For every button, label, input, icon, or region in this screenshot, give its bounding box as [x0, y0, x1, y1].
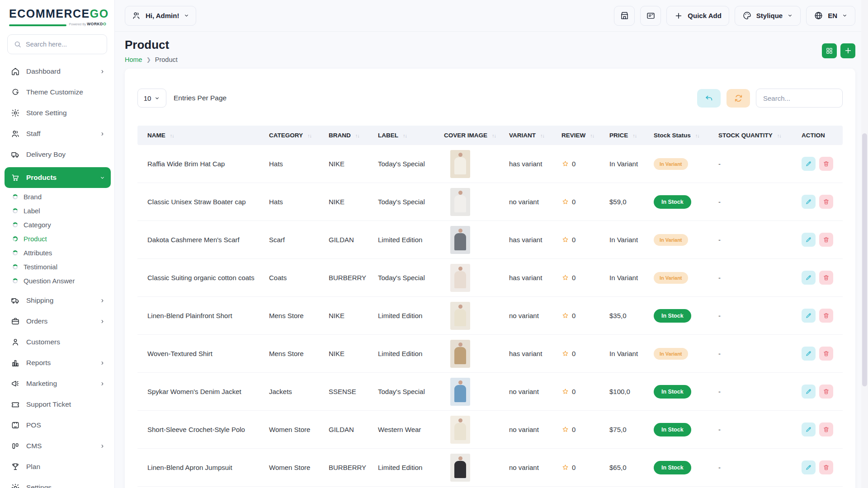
- sidebar-item-settings[interactable]: Settings: [7, 479, 109, 488]
- breadcrumb-home-link[interactable]: Home: [125, 56, 142, 63]
- refresh-button[interactable]: [726, 89, 750, 108]
- column-header-cover-image[interactable]: COVER IMAGE↑↓: [444, 132, 509, 139]
- table-search-input[interactable]: [756, 89, 843, 108]
- edit-button[interactable]: [802, 195, 816, 209]
- edit-button[interactable]: [802, 271, 816, 285]
- product-label: Limited Edition: [378, 350, 444, 357]
- sort-icon[interactable]: ↑↓: [590, 133, 594, 138]
- sidebar-item-pos[interactable]: POS: [7, 416, 109, 434]
- sort-icon[interactable]: ↑↓: [307, 133, 311, 138]
- product-category: Coats: [269, 274, 329, 282]
- column-header-label[interactable]: LABEL↑↓: [378, 132, 444, 139]
- entries-per-page-select[interactable]: 10: [137, 89, 166, 108]
- storefront-button[interactable]: [614, 6, 635, 26]
- sidebar-item-staff[interactable]: Staff: [7, 125, 109, 143]
- product-brand: NIKE: [329, 312, 378, 319]
- sort-icon[interactable]: ↑↓: [540, 133, 544, 138]
- theme-select-button[interactable]: Stylique: [735, 6, 801, 26]
- stock-quantity: -: [718, 312, 802, 319]
- sidebar-item-dashboard[interactable]: Dashboard: [7, 62, 109, 80]
- sort-icon[interactable]: ↑↓: [170, 133, 174, 138]
- column-header-review[interactable]: REVIEW↑↓: [561, 132, 609, 139]
- quick-add-button[interactable]: Quick Add: [666, 6, 729, 26]
- sidebar-subitem-attributes[interactable]: Attributes: [13, 246, 114, 260]
- sidebar-item-products[interactable]: Products: [5, 167, 111, 188]
- page-scrollbar[interactable]: [861, 0, 868, 488]
- delete-button[interactable]: [819, 195, 833, 209]
- delete-button[interactable]: [819, 157, 833, 171]
- column-header-name[interactable]: NAME↑↓: [137, 132, 269, 139]
- edit-button[interactable]: [802, 233, 816, 247]
- edit-button[interactable]: [802, 385, 816, 399]
- user-menu-button[interactable]: Hi, Admin!: [125, 6, 196, 26]
- sidebar-item-cms[interactable]: CMS: [7, 437, 109, 455]
- delete-button[interactable]: [819, 385, 833, 399]
- delete-button[interactable]: [819, 460, 833, 474]
- sort-icon[interactable]: ↑↓: [355, 133, 359, 138]
- grid-view-button[interactable]: [822, 43, 837, 58]
- sidebar-item-label: Products: [26, 174, 93, 182]
- products-icon: [11, 173, 20, 182]
- logo-underline: [9, 24, 66, 26]
- sidebar-subitem-product[interactable]: Product: [13, 232, 114, 246]
- palette-icon: [742, 11, 752, 20]
- edit-button[interactable]: [802, 157, 816, 171]
- edit-button[interactable]: [802, 347, 816, 361]
- sidebar-item-label: Delivery Boy: [26, 150, 105, 159]
- product-category: Hats: [269, 198, 329, 206]
- sort-icon[interactable]: ↑↓: [492, 133, 496, 138]
- sidebar-item-shipping[interactable]: Shipping: [7, 291, 109, 310]
- sidebar-subitem-category[interactable]: Category: [13, 218, 114, 232]
- sidebar-item-marketing[interactable]: Marketing: [7, 375, 109, 393]
- sidebar-item-label: Support Ticket: [26, 400, 105, 408]
- page-scrollbar-thumb[interactable]: [862, 133, 867, 386]
- column-header-stock-status[interactable]: Stock Status↑↓: [654, 132, 718, 139]
- column-header-price[interactable]: PRICE↑↓: [609, 132, 654, 139]
- delete-button[interactable]: [819, 271, 833, 285]
- sidebar-item-store-setting[interactable]: Store Setting: [7, 104, 109, 122]
- email-template-button[interactable]: [640, 6, 661, 26]
- sidebar-item-plan[interactable]: Plan: [7, 458, 109, 476]
- sidebar-search-input[interactable]: [26, 41, 110, 48]
- app-logo[interactable]: ECOMMERCEGO Powered By WORKDO: [0, 0, 114, 29]
- delete-button[interactable]: [819, 422, 833, 436]
- delete-button[interactable]: [819, 233, 833, 247]
- sidebar-item-theme-customize[interactable]: Theme Customize: [7, 83, 109, 101]
- sidebar-subitem-label[interactable]: Label: [13, 204, 114, 218]
- sort-icon[interactable]: ↑↓: [777, 133, 781, 138]
- sidebar-search: [7, 34, 107, 54]
- table-row: Linen-Blend Apron JumpsuitWomen StoreBUR…: [137, 449, 843, 487]
- edit-button[interactable]: [802, 460, 816, 474]
- sidebar-item-delivery-boy[interactable]: Delivery Boy: [7, 145, 109, 164]
- sidebar-item-customers[interactable]: Customers: [7, 333, 109, 351]
- row-actions: [802, 422, 843, 436]
- entries-per-page-label: Entries Per Page: [174, 94, 226, 102]
- settings-icon: [11, 483, 20, 488]
- sidebar-subitem-question-answer[interactable]: Question Answer: [13, 274, 114, 288]
- column-header-stock-quantity[interactable]: STOCK QUANTITY↑↓: [718, 132, 802, 139]
- sort-icon[interactable]: ↑↓: [632, 133, 637, 138]
- add-product-button[interactable]: [840, 43, 855, 58]
- sidebar-subitem-testimonial[interactable]: Testimonial: [13, 260, 114, 274]
- edit-button[interactable]: [802, 422, 816, 436]
- delete-button[interactable]: [819, 309, 833, 323]
- sort-icon[interactable]: ↑↓: [695, 133, 699, 138]
- undo-button[interactable]: [697, 89, 721, 108]
- sidebar-item-reports[interactable]: Reports: [7, 354, 109, 372]
- stock-status-badge: In Stock: [654, 195, 691, 209]
- sort-icon[interactable]: ↑↓: [403, 133, 407, 138]
- stock-status-badge: In Variant: [654, 272, 688, 284]
- sidebar-item-support-ticket[interactable]: Support Ticket: [7, 395, 109, 413]
- row-actions: [802, 271, 843, 285]
- delete-button[interactable]: [819, 347, 833, 361]
- sidebar-nav: DashboardTheme CustomizeStore SettingSta…: [0, 57, 114, 488]
- column-header-category[interactable]: CATEGORY↑↓: [269, 132, 329, 139]
- language-select-button[interactable]: EN: [806, 6, 855, 26]
- stock-quantity: -: [718, 388, 802, 395]
- column-header-variant[interactable]: VARIANT↑↓: [509, 132, 561, 139]
- sidebar-subitem-brand[interactable]: Brand: [13, 190, 114, 204]
- column-header-brand[interactable]: BRAND↑↓: [329, 132, 378, 139]
- edit-button[interactable]: [802, 309, 816, 323]
- cover-image-figure: [458, 153, 462, 157]
- sidebar-item-orders[interactable]: Orders: [7, 312, 109, 330]
